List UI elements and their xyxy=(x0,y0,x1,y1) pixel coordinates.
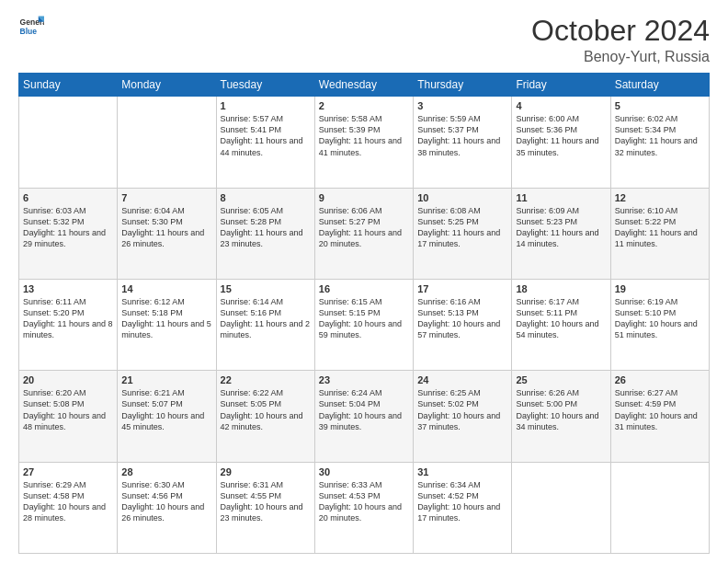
table-row: 4Sunrise: 6:00 AMSunset: 5:36 PMDaylight… xyxy=(512,97,610,188)
table-row: 22Sunrise: 6:22 AMSunset: 5:05 PMDayligh… xyxy=(216,371,314,462)
cell-info: Sunrise: 6:25 AMSunset: 5:02 PMDaylight:… xyxy=(417,387,507,432)
table-row: 3Sunrise: 5:59 AMSunset: 5:37 PMDaylight… xyxy=(414,97,512,188)
day-number: 6 xyxy=(23,192,113,203)
week-row-1: 1Sunrise: 5:57 AMSunset: 5:41 PMDaylight… xyxy=(19,97,710,188)
table-row xyxy=(512,462,610,553)
day-number: 29 xyxy=(221,466,311,477)
day-number: 28 xyxy=(121,466,211,477)
cell-info: Sunrise: 6:34 AMSunset: 4:52 PMDaylight:… xyxy=(417,479,507,524)
day-number: 23 xyxy=(319,374,409,385)
calendar-table: Sunday Monday Tuesday Wednesday Thursday… xyxy=(18,73,710,554)
day-number: 18 xyxy=(516,283,606,294)
cell-info: Sunrise: 6:17 AMSunset: 5:11 PMDaylight:… xyxy=(516,296,606,341)
cell-info: Sunrise: 6:04 AMSunset: 5:30 PMDaylight:… xyxy=(121,205,211,250)
cell-info: Sunrise: 6:30 AMSunset: 4:56 PMDaylight:… xyxy=(121,479,211,524)
week-row-2: 6Sunrise: 6:03 AMSunset: 5:32 PMDaylight… xyxy=(19,188,710,279)
day-number: 20 xyxy=(23,374,113,385)
table-row: 24Sunrise: 6:25 AMSunset: 5:02 PMDayligh… xyxy=(414,371,512,462)
page: General Blue October 2024 Benoy-Yurt, Ru… xyxy=(0,0,728,563)
day-number: 27 xyxy=(23,466,113,477)
logo-icon: General Blue xyxy=(18,15,44,40)
day-number: 11 xyxy=(516,192,606,203)
logo: General Blue xyxy=(18,15,44,40)
day-number: 5 xyxy=(615,100,705,111)
table-row xyxy=(610,462,709,553)
cell-info: Sunrise: 6:06 AMSunset: 5:27 PMDaylight:… xyxy=(319,205,409,250)
cell-info: Sunrise: 6:20 AMSunset: 5:08 PMDaylight:… xyxy=(23,387,113,432)
table-row: 16Sunrise: 6:15 AMSunset: 5:15 PMDayligh… xyxy=(314,279,413,370)
cell-info: Sunrise: 6:29 AMSunset: 4:58 PMDaylight:… xyxy=(23,479,113,524)
cell-info: Sunrise: 6:19 AMSunset: 5:10 PMDaylight:… xyxy=(615,296,705,341)
day-number: 3 xyxy=(417,100,507,111)
table-row: 7Sunrise: 6:04 AMSunset: 5:30 PMDaylight… xyxy=(118,188,216,279)
cell-info: Sunrise: 6:15 AMSunset: 5:15 PMDaylight:… xyxy=(319,296,409,341)
table-row: 5Sunrise: 6:02 AMSunset: 5:34 PMDaylight… xyxy=(610,97,709,188)
col-monday: Monday xyxy=(118,74,216,97)
week-row-5: 27Sunrise: 6:29 AMSunset: 4:58 PMDayligh… xyxy=(19,462,710,553)
cell-info: Sunrise: 6:08 AMSunset: 5:25 PMDaylight:… xyxy=(417,205,507,250)
title-block: October 2024 Benoy-Yurt, Russia xyxy=(531,15,710,65)
table-row: 15Sunrise: 6:14 AMSunset: 5:16 PMDayligh… xyxy=(216,279,314,370)
cell-info: Sunrise: 5:58 AMSunset: 5:39 PMDaylight:… xyxy=(319,113,409,158)
table-row: 29Sunrise: 6:31 AMSunset: 4:55 PMDayligh… xyxy=(216,462,314,553)
col-friday: Friday xyxy=(512,74,610,97)
day-number: 31 xyxy=(417,466,507,477)
table-row: 17Sunrise: 6:16 AMSunset: 5:13 PMDayligh… xyxy=(414,279,512,370)
table-row: 31Sunrise: 6:34 AMSunset: 4:52 PMDayligh… xyxy=(414,462,512,553)
table-row: 1Sunrise: 5:57 AMSunset: 5:41 PMDaylight… xyxy=(216,97,314,188)
day-number: 14 xyxy=(121,283,211,294)
day-number: 1 xyxy=(221,100,311,111)
table-row: 10Sunrise: 6:08 AMSunset: 5:25 PMDayligh… xyxy=(414,188,512,279)
day-number: 8 xyxy=(221,192,311,203)
table-row: 11Sunrise: 6:09 AMSunset: 5:23 PMDayligh… xyxy=(512,188,610,279)
day-number: 10 xyxy=(417,192,507,203)
table-row: 14Sunrise: 6:12 AMSunset: 5:18 PMDayligh… xyxy=(118,279,216,370)
day-number: 12 xyxy=(615,192,705,203)
svg-text:Blue: Blue xyxy=(20,27,38,36)
table-row: 27Sunrise: 6:29 AMSunset: 4:58 PMDayligh… xyxy=(19,462,118,553)
day-number: 9 xyxy=(319,192,409,203)
cell-info: Sunrise: 6:26 AMSunset: 5:00 PMDaylight:… xyxy=(516,387,606,432)
day-number: 24 xyxy=(417,374,507,385)
table-row: 28Sunrise: 6:30 AMSunset: 4:56 PMDayligh… xyxy=(118,462,216,553)
month-title: October 2024 xyxy=(531,15,710,47)
table-row: 18Sunrise: 6:17 AMSunset: 5:11 PMDayligh… xyxy=(512,279,610,370)
day-number: 21 xyxy=(121,374,211,385)
cell-info: Sunrise: 6:00 AMSunset: 5:36 PMDaylight:… xyxy=(516,113,606,158)
table-row: 21Sunrise: 6:21 AMSunset: 5:07 PMDayligh… xyxy=(118,371,216,462)
table-row: 25Sunrise: 6:26 AMSunset: 5:00 PMDayligh… xyxy=(512,371,610,462)
cell-info: Sunrise: 6:24 AMSunset: 5:04 PMDaylight:… xyxy=(319,387,409,432)
cell-info: Sunrise: 6:05 AMSunset: 5:28 PMDaylight:… xyxy=(221,205,311,250)
col-sunday: Sunday xyxy=(19,74,118,97)
table-row: 20Sunrise: 6:20 AMSunset: 5:08 PMDayligh… xyxy=(19,371,118,462)
col-thursday: Thursday xyxy=(414,74,512,97)
week-row-4: 20Sunrise: 6:20 AMSunset: 5:08 PMDayligh… xyxy=(19,371,710,462)
day-number: 26 xyxy=(615,374,705,385)
day-number: 17 xyxy=(417,283,507,294)
day-number: 13 xyxy=(23,283,113,294)
table-row: 6Sunrise: 6:03 AMSunset: 5:32 PMDaylight… xyxy=(19,188,118,279)
col-saturday: Saturday xyxy=(610,74,709,97)
table-row xyxy=(19,97,118,188)
table-row: 26Sunrise: 6:27 AMSunset: 4:59 PMDayligh… xyxy=(610,371,709,462)
week-row-3: 13Sunrise: 6:11 AMSunset: 5:20 PMDayligh… xyxy=(19,279,710,370)
cell-info: Sunrise: 6:16 AMSunset: 5:13 PMDaylight:… xyxy=(417,296,507,341)
table-row: 8Sunrise: 6:05 AMSunset: 5:28 PMDaylight… xyxy=(216,188,314,279)
day-number: 4 xyxy=(516,100,606,111)
header: General Blue October 2024 Benoy-Yurt, Ru… xyxy=(18,15,710,65)
day-number: 22 xyxy=(221,374,311,385)
location-subtitle: Benoy-Yurt, Russia xyxy=(531,49,710,65)
table-row: 13Sunrise: 6:11 AMSunset: 5:20 PMDayligh… xyxy=(19,279,118,370)
cell-info: Sunrise: 6:10 AMSunset: 5:22 PMDaylight:… xyxy=(615,205,705,250)
cell-info: Sunrise: 6:22 AMSunset: 5:05 PMDaylight:… xyxy=(221,387,311,432)
cell-info: Sunrise: 6:33 AMSunset: 4:53 PMDaylight:… xyxy=(319,479,409,524)
day-number: 30 xyxy=(319,466,409,477)
table-row: 9Sunrise: 6:06 AMSunset: 5:27 PMDaylight… xyxy=(314,188,413,279)
cell-info: Sunrise: 6:03 AMSunset: 5:32 PMDaylight:… xyxy=(23,205,113,250)
day-number: 15 xyxy=(221,283,311,294)
cell-info: Sunrise: 5:59 AMSunset: 5:37 PMDaylight:… xyxy=(417,113,507,158)
cell-info: Sunrise: 5:57 AMSunset: 5:41 PMDaylight:… xyxy=(221,113,311,158)
cell-info: Sunrise: 6:02 AMSunset: 5:34 PMDaylight:… xyxy=(615,113,705,158)
table-row: 12Sunrise: 6:10 AMSunset: 5:22 PMDayligh… xyxy=(610,188,709,279)
cell-info: Sunrise: 6:31 AMSunset: 4:55 PMDaylight:… xyxy=(221,479,311,524)
